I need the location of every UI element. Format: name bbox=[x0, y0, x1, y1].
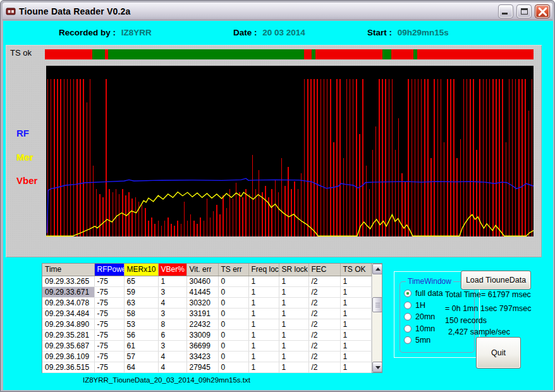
column-header-merx10[interactable]: MERx10 bbox=[124, 264, 158, 276]
column-header-sr-lock[interactable]: SR lock bbox=[279, 264, 308, 276]
close-button[interactable] bbox=[535, 5, 549, 18]
table-cell: 0 bbox=[218, 351, 248, 362]
title-bar[interactable]: Tioune Data Reader V0.2a bbox=[3, 3, 552, 20]
table-cell: 1 bbox=[279, 297, 308, 308]
table-cell: 59 bbox=[124, 286, 158, 297]
table-scrollbar[interactable] bbox=[372, 264, 382, 372]
table-cell: 0 bbox=[218, 340, 248, 351]
table-cell: 65 bbox=[124, 276, 158, 286]
table-cell: 1 bbox=[279, 329, 308, 340]
load-button-label: Load TiouneData bbox=[466, 276, 526, 285]
table-row[interactable]: 09.29.33.671-7559341445011/21 bbox=[42, 286, 371, 297]
time-window-title: TimeWindow bbox=[406, 277, 453, 286]
table-cell: 1 bbox=[248, 351, 279, 362]
radio-icon bbox=[404, 290, 412, 297]
client-area: Recorded by : IZ8YRR Date : 20 03 2014 S… bbox=[3, 21, 553, 390]
scroll-down-button[interactable] bbox=[372, 362, 382, 372]
recorded-by-value: IZ8YRR bbox=[121, 28, 152, 37]
radio-label: 5mn bbox=[415, 336, 430, 345]
table-cell: -75 bbox=[94, 340, 124, 351]
table-cell: 1 bbox=[340, 297, 371, 308]
table-cell: 09.29.36.109 bbox=[42, 351, 94, 362]
table-cell: 1 bbox=[279, 362, 308, 372]
table-row[interactable]: 09.29.34.484-7558333191011/21 bbox=[42, 308, 371, 319]
table-cell: -75 bbox=[94, 319, 124, 329]
table-cell: -75 bbox=[94, 351, 124, 362]
radio-label: 1H bbox=[415, 301, 425, 310]
table-cell: /2 bbox=[308, 319, 340, 329]
recorded-by-label: Recorded by : bbox=[59, 28, 116, 37]
minimize-icon bbox=[502, 13, 508, 15]
quit-button-label: Quit bbox=[491, 348, 506, 357]
sample-rate: 2,427 sample/sec bbox=[445, 328, 510, 336]
column-header-ts-err[interactable]: TS err bbox=[218, 264, 248, 276]
recorded-by: Recorded by : IZ8YRR bbox=[59, 28, 152, 37]
table-cell: -75 bbox=[94, 362, 124, 372]
table-cell: 1 bbox=[279, 286, 308, 297]
table-cell: 56 bbox=[124, 329, 158, 340]
column-header-time[interactable]: Time bbox=[42, 264, 94, 276]
column-header-rfpower[interactable]: RFPower bbox=[94, 264, 124, 276]
table-cell: 4 bbox=[158, 362, 186, 372]
scrollbar-grip-icon bbox=[375, 303, 380, 307]
date-value: 20 03 2014 bbox=[262, 28, 305, 37]
table-cell: 09.29.33.671 bbox=[42, 286, 94, 297]
table-cell: 1 bbox=[340, 329, 371, 340]
table-cell: 1 bbox=[279, 340, 308, 351]
table-cell: 0 bbox=[218, 362, 248, 372]
column-header-vber-[interactable]: VBer% bbox=[158, 264, 186, 276]
column-header-ts-ok[interactable]: TS OK bbox=[340, 264, 371, 276]
table-cell: 53 bbox=[124, 319, 158, 329]
table-cell: /2 bbox=[308, 286, 340, 297]
table-header-row: TimeRFPowerMERx10VBer%Vit. errTS errFreq… bbox=[42, 264, 371, 276]
table-cell: 6 bbox=[158, 329, 186, 340]
total-time-msec: Total Time= 61797 msec bbox=[445, 290, 531, 299]
table-cell: 1 bbox=[158, 276, 186, 286]
table-cell: 63 bbox=[124, 297, 158, 308]
table-cell: 1 bbox=[340, 286, 371, 297]
table-cell: -75 bbox=[94, 297, 124, 308]
table-cell: 0 bbox=[218, 329, 248, 340]
ts-ok-status-bar bbox=[45, 49, 534, 59]
table-cell: 1 bbox=[248, 276, 279, 286]
radio-icon bbox=[404, 313, 412, 321]
table-cell: 0 bbox=[218, 297, 248, 308]
scrollbar-thumb[interactable] bbox=[372, 297, 382, 312]
table-row[interactable]: 09.29.36.515-7564427945011/21 bbox=[42, 362, 371, 372]
ts-ok-segment-err bbox=[315, 49, 382, 59]
column-header-freq-lock[interactable]: Freq lock bbox=[248, 264, 279, 276]
window-title: Tioune Data Reader V0.2a bbox=[19, 6, 494, 16]
table-cell: 22432 bbox=[186, 319, 218, 329]
table-row[interactable]: 09.29.33.265-7565130460011/21 bbox=[42, 276, 371, 286]
scroll-up-button[interactable] bbox=[372, 264, 382, 274]
table-row[interactable]: 09.29.34.890-7553822432011/21 bbox=[42, 319, 371, 329]
mer-series-label: Mer bbox=[16, 152, 34, 162]
ts-ok-segment-err bbox=[45, 49, 92, 59]
column-header-fec[interactable]: FEC bbox=[308, 264, 340, 276]
load-tiounedata-button[interactable]: Load TiouneData bbox=[461, 271, 531, 290]
table-cell: 8 bbox=[158, 319, 186, 329]
signal-chart bbox=[46, 66, 534, 236]
start-value: 09h29mn15s bbox=[398, 28, 449, 37]
table-cell: 41445 bbox=[186, 286, 218, 297]
minimize-button[interactable] bbox=[499, 5, 513, 18]
table-cell: 3 bbox=[158, 340, 186, 351]
date-label: Date : bbox=[233, 28, 257, 37]
radio-label: 10mn bbox=[415, 324, 435, 333]
table-row[interactable]: 09.29.35.687-7561336699011/21 bbox=[42, 340, 371, 351]
maximize-button[interactable] bbox=[517, 5, 531, 18]
table-row[interactable]: 09.29.34.078-7563430320011/21 bbox=[42, 297, 371, 308]
table-row[interactable]: 09.29.36.109-7557433423011/21 bbox=[42, 351, 371, 362]
table-cell: 0 bbox=[218, 286, 248, 297]
column-header-vit-err[interactable]: Vit. err bbox=[186, 264, 218, 276]
table-cell: /2 bbox=[308, 297, 340, 308]
table-row[interactable]: 09.29.35.281-7556633009011/21 bbox=[42, 329, 371, 340]
quit-button[interactable]: Quit bbox=[476, 337, 521, 369]
table-cell: 09.29.34.890 bbox=[42, 319, 94, 329]
table-cell: -75 bbox=[94, 308, 124, 319]
table-cell: 1 bbox=[340, 308, 371, 319]
table-cell: 1 bbox=[340, 276, 371, 286]
record-count: 150 records bbox=[445, 316, 487, 325]
radio-icon bbox=[404, 302, 412, 309]
table-cell: -75 bbox=[94, 276, 124, 286]
